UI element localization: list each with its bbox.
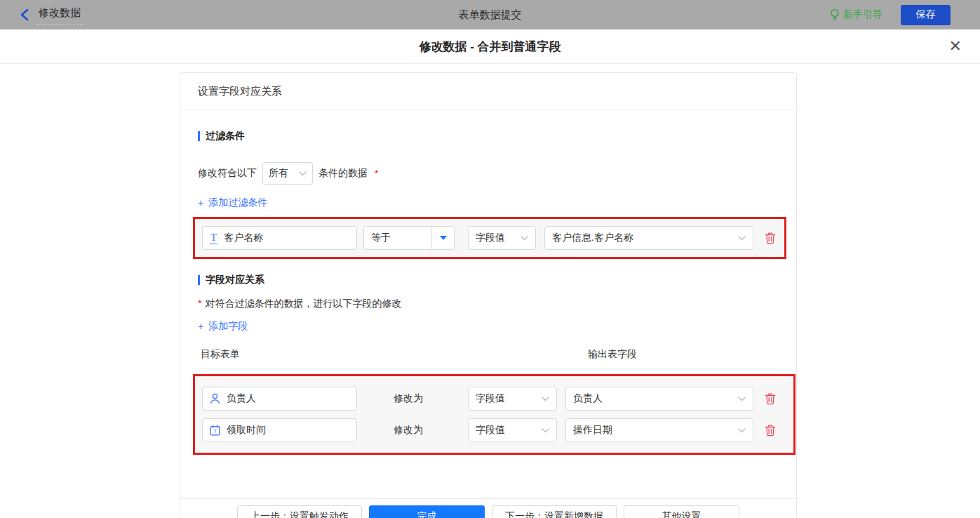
column-header-target-form: 目标表单 [201,348,240,361]
modal-title: 修改数据 - 合并到普通字段 [419,39,561,55]
calendar-icon: 7 [210,425,220,436]
trash-icon [765,425,776,437]
chevron-down-icon [521,236,528,241]
delete-mapping-button[interactable] [765,393,776,405]
back-chevron-icon[interactable] [20,8,29,21]
plus-icon: + [198,321,203,332]
person-icon [210,393,220,404]
output-field-select[interactable]: 操作日期 [565,418,753,442]
value-type-select[interactable]: 字段值 [468,387,557,411]
lightbulb-icon [830,8,840,21]
mapping-section-title: 字段对应关系 [198,274,779,286]
save-button[interactable]: 保存 [901,5,951,25]
condition-field-input[interactable]: T 客户名称 [202,226,357,250]
beginner-guide-label: 新手引导 [843,8,882,21]
match-prefix-text: 修改符合以下 [198,167,257,180]
match-suffix-text: 条件的数据 [318,167,368,180]
modal-titlebar: 修改数据 - 合并到普通字段 ✕ [0,29,980,64]
modify-as-label: 修改为 [357,424,468,437]
close-icon[interactable]: ✕ [949,39,962,54]
condition-value-type-select[interactable]: 字段值 [468,226,536,250]
modify-as-label: 修改为 [357,392,468,405]
back-label[interactable]: 修改数据 [37,4,82,25]
settings-card: 设置字段对应关系 过滤条件 修改符合以下 所有 条件的数据 * + 添加过滤条件 [180,72,797,518]
match-mode-select[interactable]: 所有 [262,162,313,185]
section-marker [198,275,200,285]
mapping-row: 负责人 修改为 字段值 负责人 [202,387,786,411]
mapping-row: 7 领取时间 修改为 字段值 操作日期 [202,418,786,442]
output-field-select[interactable]: 负责人 [565,387,753,411]
add-field-link[interactable]: + 添加字段 [198,320,248,333]
prev-step-button[interactable]: 上一步：设置触发动作 [237,505,362,518]
filter-section-title: 过滤条件 [198,130,779,142]
next-step-button[interactable]: 下一步：设置新增数据 [492,505,617,518]
target-field-input[interactable]: 负责人 [202,387,357,411]
back-nav[interactable]: 修改数据 [20,4,82,25]
beginner-guide-link[interactable]: 新手引导 [830,8,882,21]
chevron-down-icon [738,236,746,241]
mapping-column-headers: 目标表单 输出表字段 [198,348,779,369]
operator-select[interactable]: 等于 [363,226,455,250]
chevron-down-icon [542,428,549,433]
chevron-down-icon [542,397,549,401]
operator-dropdown-button[interactable] [431,227,454,249]
trash-icon [765,393,776,405]
plus-icon: + [198,197,203,208]
section-marker [198,131,200,141]
value-type-select[interactable]: 字段值 [468,418,557,442]
svg-text:7: 7 [213,428,216,434]
delete-condition-button[interactable] [765,232,776,244]
delete-mapping-button[interactable] [765,425,776,437]
field-mapping-highlight-box: 负责人 修改为 字段值 负责人 [193,374,796,455]
done-button[interactable]: 完成 [369,505,485,518]
filter-condition-row: T 客户名称 等于 字段值 [202,226,777,250]
filter-condition-highlight-box: T 客户名称 等于 字段值 [193,217,786,259]
mapping-description: * 对符合过滤条件的数据，进行以下字段的修改 [198,298,779,310]
text-field-icon: T [210,232,217,244]
chevron-down-icon [738,428,746,433]
caret-down-icon [440,236,447,240]
chevron-down-icon [299,171,307,176]
chevron-down-icon [738,397,746,401]
wizard-footer: 上一步：设置触发动作 完成 下一步：设置新增数据 其他设置 [180,498,796,518]
trash-icon [765,232,776,244]
target-field-input[interactable]: 7 领取时间 [202,418,357,442]
card-header-title: 设置字段对应关系 [180,73,796,109]
condition-value-select[interactable]: 客户信息.客户名称 [544,226,753,250]
other-settings-button[interactable]: 其他设置 [624,505,739,518]
topbar: 修改数据 表单数据提交 新手引导 保存 [0,0,980,29]
required-asterisk: * [375,168,378,179]
add-filter-condition-link[interactable]: + 添加过滤条件 [198,197,267,209]
column-header-output-field: 输出表字段 [588,348,637,361]
